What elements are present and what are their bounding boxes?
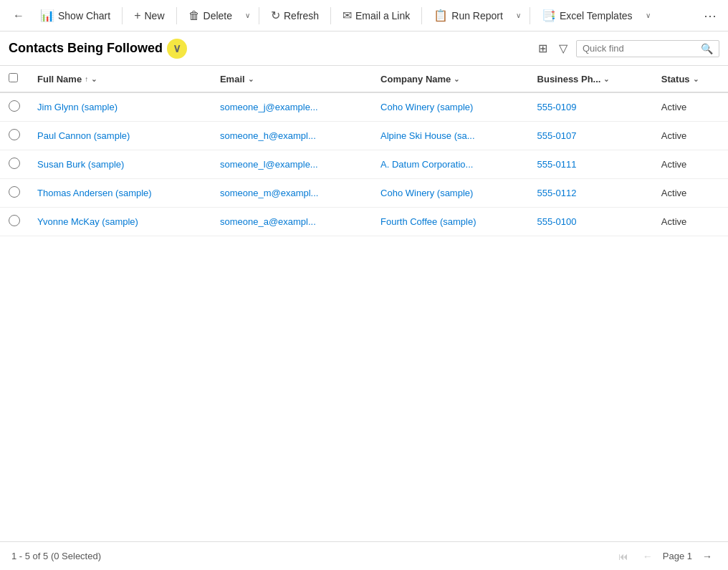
col-header-email[interactable]: Email ⌄	[211, 66, 372, 92]
row-select-cell[interactable]	[0, 122, 29, 150]
quick-find-search-icon[interactable]: 🔍	[701, 43, 713, 54]
cell-status: Active	[653, 92, 728, 122]
view-dropdown-button[interactable]: ∨	[167, 39, 187, 59]
delete-icon: 🗑	[188, 9, 200, 22]
cell-business-phone: 555-0111	[529, 150, 653, 179]
col-header-company-name[interactable]: Company Name ⌄	[372, 66, 529, 92]
filter-button[interactable]: ▽	[556, 39, 570, 58]
email-link-button[interactable]: ✉ Email a Link	[335, 5, 417, 26]
row-radio[interactable]	[9, 100, 20, 112]
cell-email: someone_j@example...	[211, 92, 372, 122]
row-radio[interactable]	[9, 215, 20, 226]
row-radio[interactable]	[9, 129, 20, 140]
excel-templates-dropdown-arrow[interactable]: ∨	[641, 8, 655, 23]
email-link[interactable]: someone_a@exampl...	[220, 216, 316, 227]
email-link[interactable]: someone_m@exampl...	[220, 188, 318, 198]
full-name-link[interactable]: Susan Burk (sample)	[37, 159, 124, 170]
separator-4	[330, 7, 331, 24]
quick-find-input[interactable]	[583, 43, 701, 54]
company-name-link[interactable]: Alpine Ski House (sa...	[380, 130, 475, 141]
select-all-checkbox[interactable]	[9, 73, 18, 82]
row-radio[interactable]	[9, 158, 20, 169]
new-button[interactable]: + New	[127, 6, 171, 26]
email-icon: ✉	[343, 9, 352, 22]
phone-link[interactable]: 555-0109	[537, 102, 577, 112]
status-bar: 1 - 5 of 5 (0 Selected) ⏮ ← Page 1 →	[0, 541, 728, 570]
phone-link[interactable]: 555-0112	[537, 188, 577, 198]
excel-icon: 📑	[542, 9, 556, 22]
back-button[interactable]: ←	[6, 6, 32, 26]
company-name-link[interactable]: A. Datum Corporatio...	[380, 159, 473, 170]
separator-6	[530, 7, 530, 24]
full-name-link[interactable]: Thomas Andersen (sample)	[37, 188, 152, 198]
view-header-actions: ⊞ ▽ 🔍	[535, 39, 719, 58]
phone-link[interactable]: 555-0107	[537, 130, 577, 141]
row-radio[interactable]	[9, 186, 20, 198]
cell-business-phone: 555-0112	[529, 179, 653, 208]
run-report-dropdown-arrow[interactable]: ∨	[512, 8, 525, 23]
company-sort-icon[interactable]: ⌄	[454, 75, 459, 83]
more-options-button[interactable]: ⋯	[698, 4, 722, 27]
row-select-cell[interactable]	[0, 208, 29, 236]
first-page-button[interactable]: ⏮	[614, 549, 633, 564]
cell-company-name: Fourth Coffee (sample)	[372, 208, 529, 236]
run-report-button[interactable]: 📋 Run Report	[426, 5, 510, 26]
sort-asc-icon: ↑	[85, 75, 88, 83]
table-row: Paul Cannon (sample) someone_h@exampl...…	[0, 122, 728, 150]
separator-1	[122, 7, 123, 24]
contacts-table: Full Name ↑ ⌄ Email ⌄ Company Name ⌄	[0, 66, 728, 236]
cell-business-phone: 555-0100	[529, 208, 653, 236]
cell-email: someone_a@exampl...	[211, 208, 372, 236]
cell-status: Active	[653, 150, 728, 179]
delete-dropdown-arrow[interactable]: ∨	[241, 8, 254, 23]
refresh-button[interactable]: ↻ Refresh	[264, 5, 326, 26]
phone-link[interactable]: 555-0100	[537, 216, 577, 227]
row-select-cell[interactable]	[0, 92, 29, 122]
email-link[interactable]: someone_l@example...	[220, 159, 318, 170]
email-link[interactable]: someone_j@example...	[220, 102, 318, 112]
cell-company-name: Coho Winery (sample)	[372, 179, 529, 208]
cell-full-name: Thomas Andersen (sample)	[29, 179, 211, 208]
cell-company-name: Coho Winery (sample)	[372, 92, 529, 122]
filter-icon: ▽	[559, 42, 567, 54]
company-name-link[interactable]: Fourth Coffee (sample)	[380, 216, 476, 227]
row-select-cell[interactable]	[0, 179, 29, 208]
col-header-business-phone[interactable]: Business Ph... ⌄	[529, 66, 653, 92]
table-container: Full Name ↑ ⌄ Email ⌄ Company Name ⌄	[0, 66, 728, 236]
show-chart-button[interactable]: 📊 Show Chart	[33, 5, 118, 26]
cell-full-name: Susan Burk (sample)	[29, 150, 211, 179]
chart-icon: 📊	[40, 9, 54, 22]
table-row: Yvonne McKay (sample) someone_a@exampl..…	[0, 208, 728, 236]
layout-button[interactable]: ⊞	[535, 39, 550, 58]
status-sort-icon[interactable]: ⌄	[693, 75, 699, 83]
toolbar: ← 📊 Show Chart + New 🗑 Delete ∨ ↻ Refres…	[0, 0, 728, 32]
delete-button[interactable]: 🗑 Delete	[181, 6, 239, 26]
back-icon: ←	[13, 9, 24, 22]
row-select-cell[interactable]	[0, 150, 29, 179]
email-sort-icon[interactable]: ⌄	[248, 75, 254, 83]
col-header-status[interactable]: Status ⌄	[653, 66, 728, 92]
company-name-link[interactable]: Coho Winery (sample)	[380, 188, 473, 198]
cell-status: Active	[653, 122, 728, 150]
phone-sort-icon[interactable]: ⌄	[603, 75, 609, 83]
table-body: Jim Glynn (sample) someone_j@example... …	[0, 92, 728, 236]
sort-toggle-icon[interactable]: ⌄	[91, 75, 97, 83]
view-title: Contacts Being Followed ∨	[9, 39, 187, 59]
report-icon: 📋	[434, 9, 448, 22]
company-name-link[interactable]: Coho Winery (sample)	[380, 102, 473, 112]
cell-business-phone: 555-0107	[529, 122, 653, 150]
table-row: Jim Glynn (sample) someone_j@example... …	[0, 92, 728, 122]
full-name-link[interactable]: Yvonne McKay (sample)	[37, 216, 138, 227]
separator-2	[176, 7, 177, 24]
full-name-link[interactable]: Jim Glynn (sample)	[37, 102, 118, 112]
col-header-full-name[interactable]: Full Name ↑ ⌄	[29, 66, 211, 92]
prev-page-button[interactable]: ←	[638, 549, 657, 564]
excel-templates-button[interactable]: 📑 Excel Templates	[535, 5, 640, 26]
select-all-header[interactable]	[0, 66, 29, 92]
view-title-text: Contacts Being Followed	[9, 41, 163, 56]
table-row: Susan Burk (sample) someone_l@example...…	[0, 150, 728, 179]
phone-link[interactable]: 555-0111	[537, 159, 577, 170]
full-name-link[interactable]: Paul Cannon (sample)	[37, 130, 130, 141]
next-page-button[interactable]: →	[698, 549, 717, 564]
email-link[interactable]: someone_h@exampl...	[220, 130, 316, 141]
